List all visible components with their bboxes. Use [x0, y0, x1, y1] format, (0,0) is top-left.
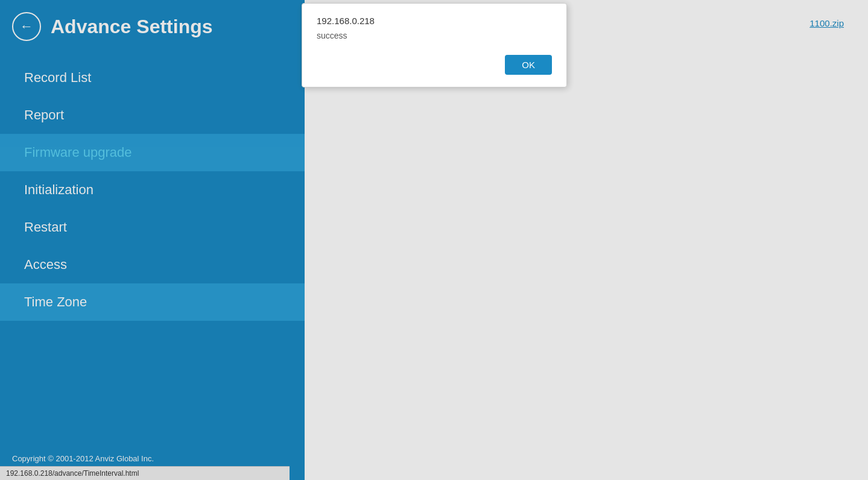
dialog-box: 192.168.0.218 success OK: [302, 3, 567, 87]
dialog-overlay: 192.168.0.218 success OK: [0, 0, 868, 480]
dialog-ip: 192.168.0.218: [317, 16, 552, 26]
dialog-ok-button[interactable]: OK: [505, 55, 552, 75]
dialog-footer: OK: [317, 55, 552, 75]
dialog-message: success: [317, 31, 552, 40]
